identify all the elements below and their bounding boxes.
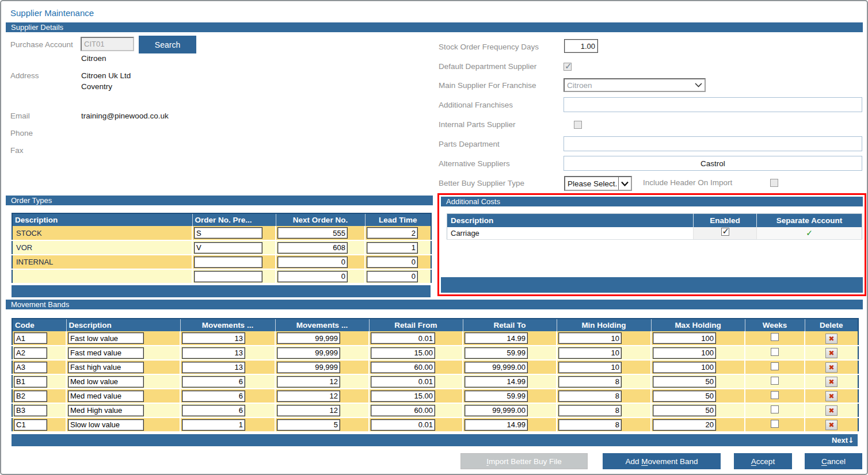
enabled-checkbox[interactable] [721,228,729,236]
order-no-prefix-input[interactable] [194,227,262,239]
retail-from-input[interactable] [371,390,435,402]
retail-to-input[interactable] [465,405,528,416]
lead-time-input[interactable] [367,242,418,254]
movements-from-input[interactable] [182,419,245,431]
default-department-supplier-checkbox[interactable] [564,63,572,71]
band-description-input[interactable] [68,419,144,431]
retail-to-input[interactable] [465,376,528,388]
parts-department-input[interactable] [564,136,862,151]
band-description-input[interactable] [68,405,144,416]
next-order-no-input[interactable] [277,271,348,282]
band-code-input[interactable] [14,332,47,344]
max-holding-input[interactable] [653,390,716,402]
retail-from-input[interactable] [371,362,435,373]
delete-band-button[interactable]: ✖ [825,348,837,358]
band-description-input[interactable] [68,347,144,359]
retail-to-input[interactable] [465,332,528,344]
movements-from-input[interactable] [182,405,245,416]
band-description-input[interactable] [68,332,144,344]
band-code-input[interactable] [14,376,47,388]
min-holding-input[interactable] [558,362,622,373]
movements-to-input[interactable] [277,419,340,431]
movements-from-input[interactable] [182,390,245,402]
movements-to-input[interactable] [277,405,340,416]
retail-to-input[interactable] [465,390,528,402]
retail-to-input[interactable] [465,419,528,431]
band-code-input[interactable] [14,362,47,373]
band-description-input[interactable] [68,390,144,402]
stock-order-frequency-input[interactable] [564,39,598,53]
retail-from-input[interactable] [371,376,435,388]
weeks-checkbox[interactable] [771,348,779,356]
min-holding-input[interactable] [558,405,622,416]
delete-band-button[interactable]: ✖ [825,420,837,430]
weeks-checkbox[interactable] [771,333,779,341]
movements-to-input[interactable] [277,376,340,388]
movements-from-input[interactable] [182,332,245,344]
delete-band-button[interactable]: ✖ [825,334,837,344]
max-holding-input[interactable] [653,332,716,344]
movements-to-input[interactable] [277,347,340,359]
supplier-name: Citroen [81,54,106,63]
retail-from-input[interactable] [371,419,435,431]
delete-band-button[interactable]: ✖ [825,405,837,416]
next-page-button[interactable]: Next↓ [832,434,858,446]
weeks-checkbox[interactable] [771,391,779,399]
lead-time-input[interactable] [367,227,418,239]
band-code-input[interactable] [14,347,47,359]
band-code-input[interactable] [14,390,47,402]
max-holding-input[interactable] [653,347,716,359]
accept-button[interactable]: Accept [734,453,792,469]
order-no-prefix-input[interactable] [194,242,262,254]
order-no-prefix-input[interactable] [194,256,262,268]
movements-to-input[interactable] [277,362,340,373]
order-no-prefix-input[interactable] [194,271,262,282]
retail-to-input[interactable] [465,362,528,373]
add-movement-band-button[interactable]: Add Movement Band [603,453,721,469]
max-holding-input[interactable] [653,376,716,388]
delete-band-button[interactable]: ✖ [825,391,837,401]
min-holding-input[interactable] [558,347,622,359]
search-button[interactable]: Search [139,36,196,53]
main-supplier-for-franchise-select[interactable]: Citroen [564,78,706,92]
band-code-input[interactable] [14,405,47,416]
min-holding-input[interactable] [558,376,622,388]
band-code-input[interactable] [14,419,47,431]
include-header-on-import-checkbox[interactable] [770,179,778,187]
band-description-input[interactable] [68,376,144,388]
next-order-no-input[interactable] [277,242,348,254]
weeks-checkbox[interactable] [771,377,779,385]
movements-from-input[interactable] [182,347,245,359]
delete-band-button[interactable]: ✖ [825,377,837,387]
movements-from-input[interactable] [182,362,245,373]
retail-from-input[interactable] [371,347,435,359]
alternative-suppliers-input[interactable] [564,156,862,171]
lead-time-input[interactable] [367,271,418,282]
better-buy-supplier-type-select[interactable]: Please Select. [564,176,632,191]
retail-from-input[interactable] [371,405,435,416]
import-better-buy-file-button[interactable]: Import Better Buy File [460,453,588,469]
next-order-no-input[interactable] [277,227,348,239]
delete-band-button[interactable]: ✖ [825,362,837,373]
min-holding-input[interactable] [558,390,622,402]
max-holding-input[interactable] [653,419,716,431]
weeks-checkbox[interactable] [771,405,779,413]
movements-to-input[interactable] [277,332,340,344]
retail-from-input[interactable] [371,332,435,344]
movements-to-input[interactable] [277,390,340,402]
max-holding-input[interactable] [653,405,716,416]
min-holding-input[interactable] [558,419,622,431]
purchase-account-input[interactable] [81,37,134,51]
additional-franchises-input[interactable] [564,97,862,112]
weeks-checkbox[interactable] [771,420,779,428]
retail-to-input[interactable] [465,347,528,359]
band-description-input[interactable] [68,362,144,373]
next-order-no-input[interactable] [277,256,348,268]
cancel-button[interactable]: Cancel [805,453,862,469]
weeks-checkbox[interactable] [771,362,779,370]
min-holding-input[interactable] [558,332,622,344]
max-holding-input[interactable] [653,362,716,373]
lead-time-input[interactable] [367,256,418,268]
internal-parts-supplier-checkbox[interactable] [574,121,582,129]
movements-from-input[interactable] [182,376,245,388]
